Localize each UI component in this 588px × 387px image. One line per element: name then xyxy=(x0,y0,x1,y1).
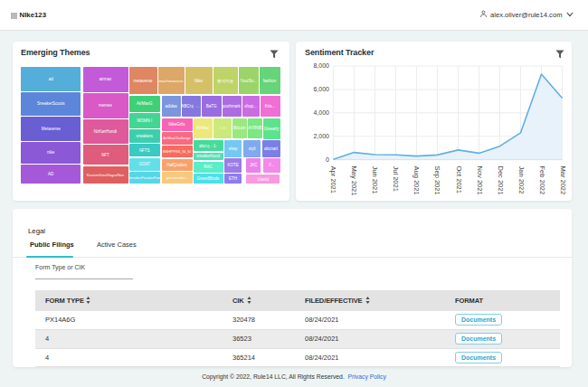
svg-text:Mar 2022: Mar 2022 xyxy=(559,166,567,195)
svg-text:May 2021: May 2021 xyxy=(350,166,358,196)
svg-text:Jul 2021: Jul 2021 xyxy=(392,166,400,192)
svg-text:Sep 2021: Sep 2021 xyxy=(433,166,441,195)
svg-text:Aug 2021: Aug 2021 xyxy=(413,166,421,195)
svg-text:4,000: 4,000 xyxy=(313,109,329,116)
svg-text:6,000: 6,000 xyxy=(313,86,329,92)
svg-text:Jun 2021: Jun 2021 xyxy=(371,166,379,194)
svg-text:8,000: 8,000 xyxy=(313,62,329,69)
svg-text:Feb 2022: Feb 2022 xyxy=(538,166,546,195)
svg-text:Dec 2021: Dec 2021 xyxy=(497,166,505,195)
svg-text:Jan 2022: Jan 2022 xyxy=(517,166,526,194)
svg-text:Oct 2021: Oct 2021 xyxy=(455,166,463,194)
svg-text:0: 0 xyxy=(326,156,329,163)
svg-text:Nov 2021: Nov 2021 xyxy=(476,166,484,195)
svg-text:Apr 2021: Apr 2021 xyxy=(329,166,337,194)
svg-text:2,000: 2,000 xyxy=(313,133,329,139)
